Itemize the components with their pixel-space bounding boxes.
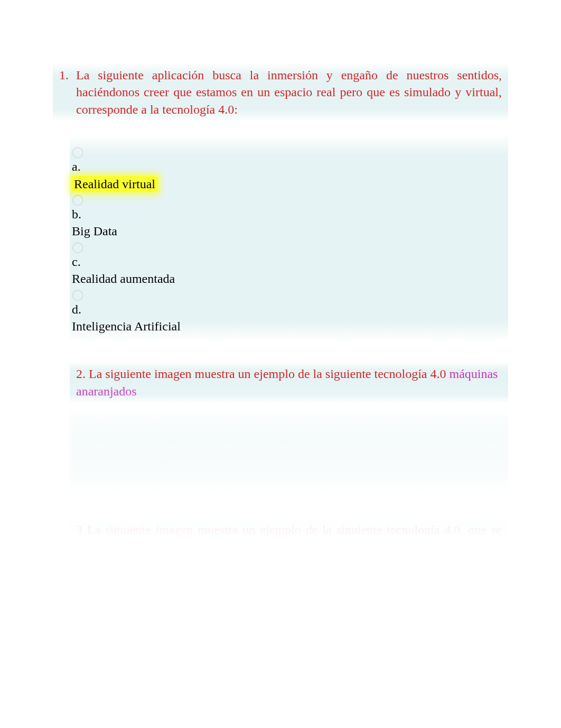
option-b-text: Big Data [72, 224, 117, 238]
radio-icon: ◯ [72, 242, 502, 252]
question-3-text: 3 La siguiente imagen muestra un ejemplo… [76, 521, 502, 556]
document-page: 1. La siguiente aplicación busca la inme… [0, 0, 561, 580]
question-1-number: 1. [59, 67, 76, 118]
option-a-letter: a. [72, 158, 502, 175]
option-c-letter: c. [72, 253, 502, 270]
radio-icon: ◯ [72, 289, 502, 300]
question-2-text: 2. La siguiente imagen muestra un ejempl… [76, 367, 449, 381]
question-1-row: 1. La siguiente aplicación busca la inme… [59, 67, 502, 118]
option-b-letter: b. [72, 206, 502, 223]
question-2-block: 2. La siguiente imagen muestra un ejempl… [70, 362, 508, 403]
option-c[interactable]: ◯ c. Realidad aumentada [72, 242, 502, 288]
question-3-block: 3 La siguiente imagen muestra un ejemplo… [70, 518, 508, 559]
question-1-block: 1. La siguiente aplicación busca la inme… [53, 63, 508, 121]
option-a-text: Realidad virtual [72, 176, 157, 192]
option-b[interactable]: ◯ b. Big Data [72, 194, 502, 240]
option-c-text: Realidad aumentada [72, 272, 175, 285]
question-1-text: La siguiente aplicación busca la inmersi… [76, 67, 502, 118]
option-d-letter: d. [72, 301, 502, 318]
question-2-image-placeholder [70, 407, 508, 497]
radio-icon: ◯ [72, 194, 502, 205]
radio-icon: ◯ [72, 146, 502, 157]
option-d-text: Inteligencia Artificial [72, 319, 181, 333]
option-d[interactable]: ◯ d. Inteligencia Artificial [72, 289, 502, 335]
option-a[interactable]: ◯ a. Realidad virtual [72, 146, 502, 192]
question-1-options: ◯ a. Realidad virtual ◯ b. Big Data ◯ c.… [70, 134, 508, 341]
